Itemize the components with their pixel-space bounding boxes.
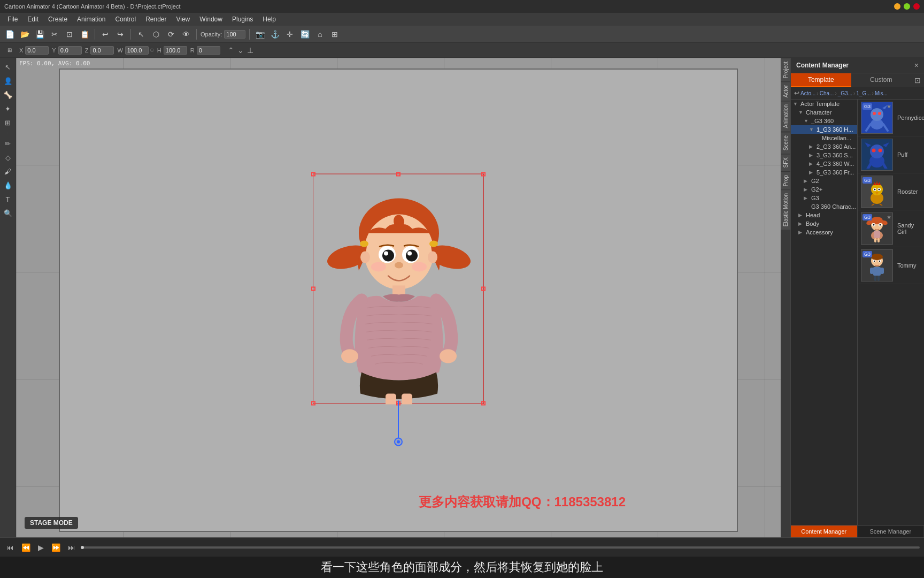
minimize-btn[interactable]: [894, 3, 900, 10]
handle-tr[interactable]: [481, 172, 486, 177]
timeline-end-btn[interactable]: ⏭: [66, 542, 78, 553]
tree-2g3[interactable]: ▶ 2_G3 360 An...: [791, 142, 857, 151]
pen-tool[interactable]: ✏: [2, 138, 14, 149]
menu-animation[interactable]: Animation: [73, 14, 110, 24]
sfx-tab[interactable]: SFX: [781, 154, 790, 171]
y-input[interactable]: [58, 46, 82, 55]
handle-mr[interactable]: [481, 287, 486, 291]
project-tab[interactable]: Project: [781, 58, 790, 81]
h-input[interactable]: [164, 46, 187, 55]
menu-window[interactable]: Window: [195, 14, 227, 24]
timeline-slider[interactable]: [81, 546, 920, 549]
reset-btn[interactable]: 🔄: [298, 28, 311, 41]
open-btn[interactable]: 📂: [18, 28, 31, 41]
scene-tab[interactable]: Scene: [781, 132, 790, 154]
menu-create[interactable]: Create: [44, 14, 72, 24]
handle-ml[interactable]: [311, 287, 315, 291]
eye-btn[interactable]: 👁: [180, 28, 192, 41]
menu-view[interactable]: View: [172, 14, 194, 24]
elastic-tab[interactable]: Elastic Motion: [781, 189, 790, 230]
shape-tool[interactable]: ◇: [2, 151, 14, 163]
anchor-mode-btn[interactable]: ⌃: [228, 46, 234, 55]
person-tool[interactable]: 👤: [2, 75, 14, 87]
save-btn[interactable]: 💾: [33, 28, 46, 41]
handle-bl[interactable]: [311, 401, 315, 406]
tree-misc[interactable]: Miscellan...: [791, 134, 857, 142]
tree-character[interactable]: ▼ Character: [791, 108, 857, 117]
tree-actor-template[interactable]: ▼ Actor Template: [791, 100, 857, 108]
bone-tool[interactable]: 🦴: [2, 89, 14, 101]
rotate-btn[interactable]: ⟳: [165, 28, 178, 41]
move-btn[interactable]: ✛: [283, 28, 296, 41]
grid-mode-btn[interactable]: ⊞: [3, 44, 16, 57]
handle-br[interactable]: [481, 401, 486, 406]
bottom-tab-content[interactable]: Content Manager: [791, 526, 858, 537]
prop-tab[interactable]: Prop: [781, 171, 790, 189]
flip-btn[interactable]: ⌄: [237, 46, 244, 55]
eyedrop-tool[interactable]: 💧: [2, 179, 14, 191]
tab-custom[interactable]: Custom: [851, 73, 912, 87]
copy-btn[interactable]: ⊡: [63, 28, 76, 41]
text-tool[interactable]: T: [2, 193, 14, 205]
tree-1g3-360h[interactable]: ▼ 1_G3 360 H...: [791, 125, 857, 134]
tree-5g3[interactable]: ▶ 5_G3 360 Fr...: [791, 168, 857, 177]
char-card-tommy[interactable]: G3: [858, 247, 924, 284]
char-card-puff[interactable]: Puff: [858, 136, 924, 173]
handle-tm[interactable]: [396, 172, 401, 177]
menu-control[interactable]: Control: [111, 14, 140, 24]
paint-tool[interactable]: 🖌: [2, 165, 14, 177]
bc-1g3[interactable]: 1_G...: [856, 90, 871, 96]
menu-render[interactable]: Render: [141, 14, 171, 24]
timeline-play-btn[interactable]: ⏮: [4, 542, 16, 553]
bottom-tab-scene[interactable]: Scene Manager: [858, 526, 925, 537]
x-input[interactable]: [25, 46, 49, 55]
char-card-rooster[interactable]: G3: [858, 173, 924, 210]
tree-g2plus[interactable]: ▶ G2+: [791, 185, 857, 194]
r-input[interactable]: [197, 46, 220, 55]
select-tool[interactable]: ↖: [2, 61, 14, 73]
undo-btn[interactable]: ↩: [99, 28, 112, 41]
cm-expand-btn[interactable]: ⊡: [911, 73, 924, 87]
tree-g3[interactable]: ▶ G3: [791, 194, 857, 202]
tree-g3-360c[interactable]: G3 360 Charac...: [791, 202, 857, 211]
select-btn[interactable]: ↖: [135, 28, 148, 41]
align-btn[interactable]: ⊥: [247, 46, 253, 55]
opacity-input[interactable]: [224, 30, 245, 39]
tree-body[interactable]: ▶ Body: [791, 219, 857, 228]
zoom-tool[interactable]: 🔍: [2, 207, 14, 219]
selection-box[interactable]: [313, 174, 484, 404]
tree-g2[interactable]: ▶ G2: [791, 177, 857, 185]
paste-btn[interactable]: 📋: [78, 28, 91, 41]
z-input[interactable]: [90, 46, 114, 55]
timeline-prev-btn[interactable]: ⏪: [19, 542, 33, 553]
bc-char[interactable]: Cha...: [820, 90, 834, 96]
tree-3g3[interactable]: ▶ 3_G3 360 S...: [791, 151, 857, 159]
tab-template[interactable]: Template: [791, 73, 851, 87]
tree-4g3[interactable]: ▶ 4_G3 360 W...: [791, 159, 857, 168]
grid-btn[interactable]: ⊞: [328, 28, 341, 41]
mesh-tool[interactable]: ⊞: [2, 117, 14, 128]
canvas-area[interactable]: FPS: 0.00, AVG: 0.00: [16, 58, 781, 537]
bc-actor[interactable]: Acto...: [800, 90, 815, 96]
close-btn[interactable]: [913, 3, 920, 10]
menu-plugins[interactable]: Plugins: [228, 14, 257, 24]
maximize-btn[interactable]: [904, 3, 910, 10]
cut-btn[interactable]: ✂: [48, 28, 61, 41]
sprite-tool[interactable]: ✦: [2, 103, 14, 115]
menu-help[interactable]: Help: [258, 14, 280, 24]
tree-accessory[interactable]: ▶ Accessory: [791, 228, 857, 237]
camera-btn[interactable]: 📷: [253, 28, 266, 41]
anchor-btn[interactable]: ⚓: [268, 28, 281, 41]
pivot-circle[interactable]: [394, 438, 403, 446]
timeline-pp-btn[interactable]: ▶: [36, 542, 46, 553]
animation-tab[interactable]: Animation: [781, 101, 790, 131]
content-manager-close[interactable]: ×: [914, 61, 919, 70]
tree-head[interactable]: ▶ Head: [791, 211, 857, 219]
breadcrumb-back[interactable]: ↩: [794, 89, 799, 97]
tree-g3-360[interactable]: ▼ _G3 360: [791, 117, 857, 125]
w-input[interactable]: [125, 46, 149, 55]
char-card-pennydice[interactable]: G3 ★: [858, 100, 924, 136]
bc-g3[interactable]: _G3...: [838, 90, 852, 96]
handle-tl[interactable]: [311, 172, 315, 177]
new-btn[interactable]: 📄: [3, 28, 16, 41]
